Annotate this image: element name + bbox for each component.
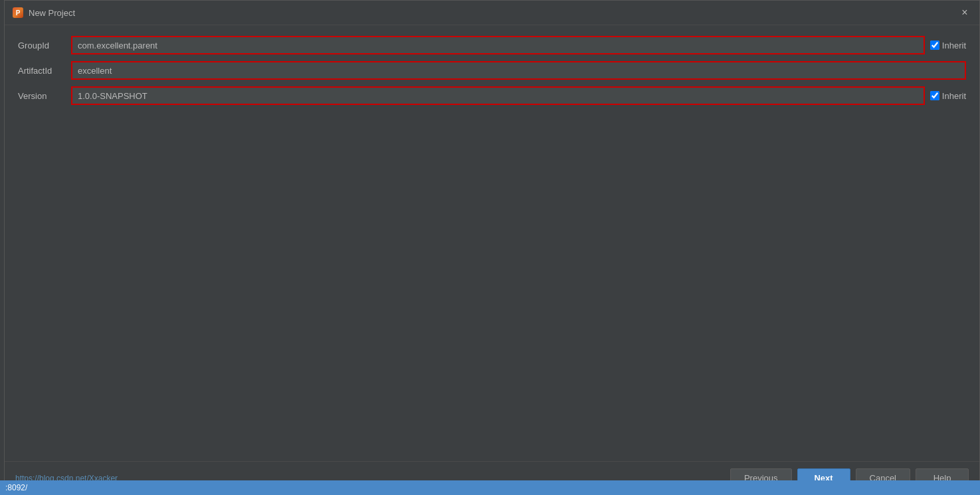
version-label: Version: [18, 91, 71, 101]
groupid-inherit-wrapper: Inherit: [930, 41, 966, 50]
status-text: :8092/: [5, 483, 27, 492]
version-input[interactable]: [71, 86, 925, 105]
dialog-content: GroupId Inherit ArtifactId Version: [5, 25, 979, 461]
groupid-input[interactable]: [71, 36, 925, 54]
version-inherit-wrapper: Inherit: [930, 91, 966, 101]
artifactid-row: ArtifactId: [18, 61, 966, 80]
version-row: Version Inherit: [18, 86, 966, 105]
groupid-inherit-label: Inherit: [942, 41, 966, 50]
groupid-input-wrapper: [71, 36, 925, 54]
version-inherit-label: Inherit: [942, 91, 966, 101]
artifactid-label: ArtifactId: [18, 66, 71, 76]
groupid-inherit-checkbox[interactable]: [930, 41, 939, 50]
version-input-wrapper: [71, 86, 925, 105]
groupid-label: GroupId: [18, 41, 71, 50]
groupid-row: GroupId Inherit: [18, 36, 966, 54]
artifactid-input-wrapper: [71, 61, 966, 80]
status-bar: :8092/: [0, 480, 980, 495]
version-inherit-checkbox[interactable]: [930, 91, 939, 100]
close-button[interactable]: ×: [958, 6, 971, 19]
app-icon: P: [13, 7, 23, 18]
dialog-title-bar: P New Project ×: [5, 1, 979, 25]
new-project-dialog: P New Project × GroupId Inherit Artifact…: [4, 0, 980, 495]
dialog-title: New Project: [29, 8, 75, 18]
title-bar-left: P New Project: [13, 7, 75, 18]
artifactid-input[interactable]: [71, 61, 966, 80]
